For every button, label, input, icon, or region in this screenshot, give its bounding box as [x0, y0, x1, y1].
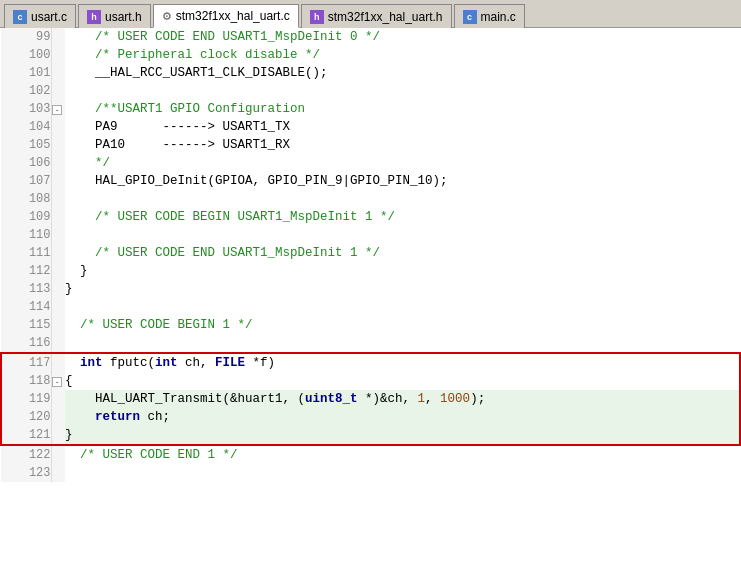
- tab-label-main-c: main.c: [481, 10, 516, 24]
- table-row: 117 int fputc(int ch, FILE *f): [1, 353, 740, 372]
- fold-indicator: [51, 208, 65, 226]
- table-row: 99 /* USER CODE END USART1_MspDeInit 0 *…: [1, 28, 740, 46]
- code-area: 99 /* USER CODE END USART1_MspDeInit 0 *…: [0, 28, 741, 562]
- table-row: 110: [1, 226, 740, 244]
- fold-indicator: [51, 445, 65, 464]
- table-row: 119 HAL_UART_Transmit(&huart1, (uint8_t …: [1, 390, 740, 408]
- fold-indicator: [51, 244, 65, 262]
- line-number: 103: [1, 100, 51, 118]
- fold-indicator: [51, 298, 65, 316]
- gear-icon: ⚙: [162, 10, 172, 23]
- fold-button[interactable]: -: [52, 105, 62, 115]
- table-row: 114: [1, 298, 740, 316]
- table-row: 120 return ch;: [1, 408, 740, 426]
- h-file-icon: h: [87, 10, 101, 24]
- fold-indicator: [51, 190, 65, 208]
- fold-indicator: [51, 426, 65, 445]
- fold-indicator: [51, 226, 65, 244]
- line-number: 114: [1, 298, 51, 316]
- table-row: 111 /* USER CODE END USART1_MspDeInit 1 …: [1, 244, 740, 262]
- line-number: 105: [1, 136, 51, 154]
- fold-indicator: [51, 353, 65, 372]
- code-table: 99 /* USER CODE END USART1_MspDeInit 0 *…: [0, 28, 741, 482]
- fold-indicator: [51, 64, 65, 82]
- table-row: 105 PA10 ------> USART1_RX: [1, 136, 740, 154]
- code-line: /* USER CODE END USART1_MspDeInit 1 */: [65, 244, 740, 262]
- table-row: 115 /* USER CODE BEGIN 1 */: [1, 316, 740, 334]
- table-row: 107 HAL_GPIO_DeInit(GPIOA, GPIO_PIN_9|GP…: [1, 172, 740, 190]
- fold-indicator: [51, 154, 65, 172]
- table-row: 113}: [1, 280, 740, 298]
- line-number: 106: [1, 154, 51, 172]
- table-row: 106 */: [1, 154, 740, 172]
- code-line: PA10 ------> USART1_RX: [65, 136, 740, 154]
- line-number: 116: [1, 334, 51, 353]
- tab-label-stm32-hal-uart-h: stm32f1xx_hal_uart.h: [328, 10, 443, 24]
- line-number: 100: [1, 46, 51, 64]
- line-number: 123: [1, 464, 51, 482]
- fold-indicator: [51, 334, 65, 353]
- fold-indicator[interactable]: -: [51, 372, 65, 390]
- line-number: 117: [1, 353, 51, 372]
- table-row: 108: [1, 190, 740, 208]
- code-line: /* USER CODE END USART1_MspDeInit 0 */: [65, 28, 740, 46]
- code-line: */: [65, 154, 740, 172]
- table-row: 116: [1, 334, 740, 353]
- code-line: /* Peripheral clock disable */: [65, 46, 740, 64]
- fold-indicator: [51, 316, 65, 334]
- code-line: [65, 190, 740, 208]
- line-number: 110: [1, 226, 51, 244]
- fold-indicator: [51, 136, 65, 154]
- fold-indicator: [51, 408, 65, 426]
- fold-button[interactable]: -: [52, 377, 62, 387]
- h-file-icon-2: h: [310, 10, 324, 24]
- table-row: 122 /* USER CODE END 1 */: [1, 445, 740, 464]
- tab-usart-c[interactable]: c usart.c: [4, 4, 76, 28]
- c-file-icon: c: [13, 10, 27, 24]
- code-line: [65, 82, 740, 100]
- line-number: 112: [1, 262, 51, 280]
- tab-label-stm32-hal-uart-c: stm32f1xx_hal_uart.c: [176, 9, 290, 23]
- line-number: 102: [1, 82, 51, 100]
- code-line: /**USART1 GPIO Configuration: [65, 100, 740, 118]
- tab-main-c[interactable]: c main.c: [454, 4, 525, 28]
- code-line: HAL_GPIO_DeInit(GPIOA, GPIO_PIN_9|GPIO_P…: [65, 172, 740, 190]
- table-row: 102: [1, 82, 740, 100]
- code-line: PA9 ------> USART1_TX: [65, 118, 740, 136]
- code-line: /* USER CODE BEGIN USART1_MspDeInit 1 */: [65, 208, 740, 226]
- editor: c usart.c h usart.h ⚙ stm32f1xx_hal_uart…: [0, 0, 741, 562]
- tab-label-usart-h: usart.h: [105, 10, 142, 24]
- code-line: }: [65, 280, 740, 298]
- code-line: [65, 226, 740, 244]
- code-line: HAL_UART_Transmit(&huart1, (uint8_t *)&c…: [65, 390, 740, 408]
- fold-indicator: [51, 464, 65, 482]
- tab-stm32-hal-uart-h[interactable]: h stm32f1xx_hal_uart.h: [301, 4, 452, 28]
- table-row: 103- /**USART1 GPIO Configuration: [1, 100, 740, 118]
- fold-indicator: [51, 118, 65, 136]
- code-line: int fputc(int ch, FILE *f): [65, 353, 740, 372]
- fold-indicator: [51, 262, 65, 280]
- tab-label-usart-c: usart.c: [31, 10, 67, 24]
- code-line: __HAL_RCC_USART1_CLK_DISABLE();: [65, 64, 740, 82]
- code-line: }: [65, 262, 740, 280]
- line-number: 101: [1, 64, 51, 82]
- line-number: 107: [1, 172, 51, 190]
- line-number: 119: [1, 390, 51, 408]
- tab-stm32-hal-uart-c[interactable]: ⚙ stm32f1xx_hal_uart.c: [153, 4, 299, 28]
- table-row: 121}: [1, 426, 740, 445]
- line-number: 109: [1, 208, 51, 226]
- table-row: 112 }: [1, 262, 740, 280]
- code-line: return ch;: [65, 408, 740, 426]
- line-number: 113: [1, 280, 51, 298]
- table-row: 109 /* USER CODE BEGIN USART1_MspDeInit …: [1, 208, 740, 226]
- fold-indicator: [51, 390, 65, 408]
- code-line: }: [65, 426, 740, 445]
- tab-bar: c usart.c h usart.h ⚙ stm32f1xx_hal_uart…: [0, 0, 741, 28]
- fold-indicator[interactable]: -: [51, 100, 65, 118]
- fold-indicator: [51, 46, 65, 64]
- tab-usart-h[interactable]: h usart.h: [78, 4, 151, 28]
- line-number: 118: [1, 372, 51, 390]
- fold-indicator: [51, 28, 65, 46]
- table-row: 118-{: [1, 372, 740, 390]
- code-line: /* USER CODE BEGIN 1 */: [65, 316, 740, 334]
